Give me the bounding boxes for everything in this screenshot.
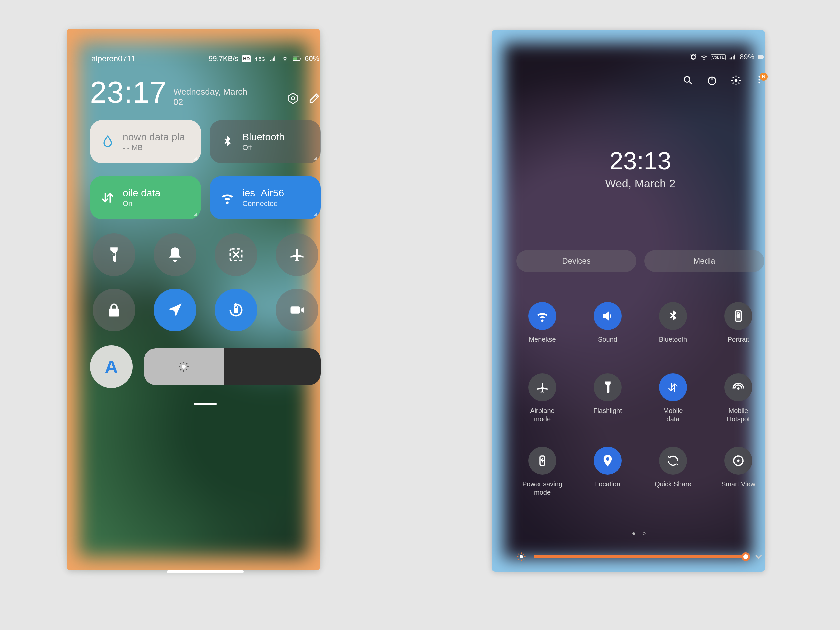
signal-icon — [268, 55, 277, 62]
wifi-status-icon — [700, 53, 708, 61]
clock-date: Wednesday, March 02 — [173, 87, 280, 107]
data-tile-sub: - - MB — [123, 143, 185, 152]
toggle-smartview[interactable]: Smart View — [713, 447, 763, 497]
airplane-icon — [528, 373, 556, 401]
svg-rect-9 — [758, 56, 763, 58]
gear-icon[interactable] — [730, 75, 742, 86]
mobile-tile-title: oile data — [123, 187, 160, 199]
signal-icon — [729, 53, 736, 61]
battery-icon — [293, 55, 302, 62]
clock-time: 23:13 — [516, 147, 764, 175]
powersave-icon — [528, 447, 556, 475]
wifi-tile-title: ies_Air56 — [242, 187, 284, 199]
toggle-label: Power savingmode — [522, 480, 562, 497]
svg-point-23 — [737, 459, 740, 462]
status-bar: alperen0711 99.7KB/s HD 4.5G 60% — [90, 42, 321, 75]
status-bar: VoLTE 89% — [516, 43, 764, 71]
lock-toggle[interactable] — [93, 289, 135, 332]
phone-frame-miui: alperen0711 99.7KB/s HD 4.5G 60% 23:17 W… — [67, 28, 320, 570]
svg-rect-6 — [291, 306, 300, 314]
dnd-toggle[interactable] — [154, 233, 196, 276]
screenshot-toggle[interactable] — [215, 233, 257, 276]
svg-point-16 — [759, 82, 760, 83]
toggle-bluetooth[interactable]: Bluetooth — [648, 302, 698, 350]
toggle-airplane[interactable]: Airplanemode — [517, 373, 567, 423]
toggle-powersave[interactable]: Power savingmode — [517, 447, 567, 497]
status-speed: 99.7KB/s — [208, 54, 238, 63]
edit-icon[interactable] — [308, 92, 321, 105]
toggle-label: Location — [595, 480, 621, 495]
status-user: alperen0711 — [92, 54, 136, 63]
toggle-hotspot[interactable]: MobileHotspot — [713, 373, 763, 423]
toggle-label: Airplanemode — [530, 407, 554, 423]
toggle-flashlight[interactable]: Flashlight — [583, 373, 633, 423]
toggle-quickshare[interactable]: Quick Share — [648, 447, 698, 497]
airplane-toggle[interactable] — [276, 233, 318, 276]
toggle-portrait[interactable]: Portrait — [713, 302, 763, 350]
location-toggle[interactable] — [154, 289, 196, 332]
auto-brightness-toggle[interactable]: A — [90, 345, 133, 388]
clock-time: 23:17 — [90, 77, 167, 107]
toggle-sound[interactable]: Sound — [583, 302, 633, 350]
hotspot-icon — [724, 373, 752, 401]
settings-hex-icon[interactable] — [287, 92, 299, 105]
mobile-data-tile[interactable]: oile data On — [90, 176, 201, 219]
wifi-tile[interactable]: ies_Air56 Connected — [210, 176, 321, 219]
nav-handle[interactable] — [167, 570, 244, 573]
svg-rect-19 — [737, 314, 741, 318]
brightness-slider[interactable] — [144, 348, 321, 385]
svg-point-24 — [519, 555, 523, 558]
svg-point-7 — [182, 365, 186, 369]
volte-label: VoLTE — [711, 54, 726, 60]
notification-badge: N — [759, 73, 768, 81]
toggle-label: Sound — [598, 335, 617, 350]
svg-point-15 — [759, 79, 760, 81]
bluetooth-tile[interactable]: Bluetooth Off — [210, 120, 321, 163]
clock-date: Wed, March 2 — [516, 177, 764, 190]
svg-point-20 — [737, 387, 740, 390]
overflow-menu[interactable]: N — [754, 74, 764, 87]
brightness-slider[interactable] — [534, 555, 746, 558]
toggle-mobiledata[interactable]: Mobiledata — [648, 373, 698, 423]
toggle-wifi[interactable]: Menekse — [517, 302, 567, 350]
brightness-icon — [516, 552, 526, 562]
alarm-icon — [690, 53, 697, 61]
portrait-icon — [724, 302, 752, 330]
network-gen: 4.5G — [254, 56, 265, 62]
devices-button[interactable]: Devices — [516, 250, 636, 272]
media-button[interactable]: Media — [644, 250, 764, 272]
bluetooth-icon — [659, 302, 687, 330]
flashlight-toggle[interactable] — [93, 233, 135, 276]
toggle-label: Mobiledata — [663, 407, 683, 423]
svg-point-11 — [684, 77, 690, 82]
toggle-label: Quick Share — [655, 480, 692, 495]
toggle-label: Smart View — [722, 480, 755, 495]
flashlight-icon — [594, 373, 622, 401]
rotation-lock-toggle[interactable] — [215, 289, 257, 332]
battery-icon — [758, 55, 764, 59]
wifi-tile-sub: Connected — [242, 199, 284, 208]
brightness-icon — [178, 361, 189, 373]
page-indicator[interactable]: ● ○ — [516, 530, 764, 537]
toggle-label: MobileHotspot — [727, 407, 750, 423]
svg-rect-10 — [764, 56, 764, 58]
power-icon[interactable] — [706, 75, 718, 86]
toggle-location[interactable]: Location — [583, 447, 633, 497]
wifi-icon — [281, 55, 289, 62]
battery-percent: 89% — [740, 53, 754, 62]
panel-handle[interactable] — [194, 403, 217, 405]
data-usage-tile[interactable]: nown data pla - - MB — [90, 120, 201, 163]
mobiledata-icon — [659, 373, 687, 401]
hd-badge-icon: HD — [242, 55, 251, 62]
screen-record-toggle[interactable] — [276, 289, 318, 332]
sound-icon — [594, 302, 622, 330]
search-icon[interactable] — [682, 75, 694, 86]
toggle-label: Bluetooth — [659, 335, 687, 350]
svg-rect-2 — [300, 58, 301, 60]
bt-tile-sub: Off — [242, 143, 285, 152]
mobile-tile-sub: On — [123, 199, 160, 208]
chevron-down-icon[interactable] — [753, 551, 764, 562]
smartview-icon — [724, 447, 752, 475]
wifi-icon — [528, 302, 556, 330]
battery-percent: 60% — [305, 54, 319, 63]
